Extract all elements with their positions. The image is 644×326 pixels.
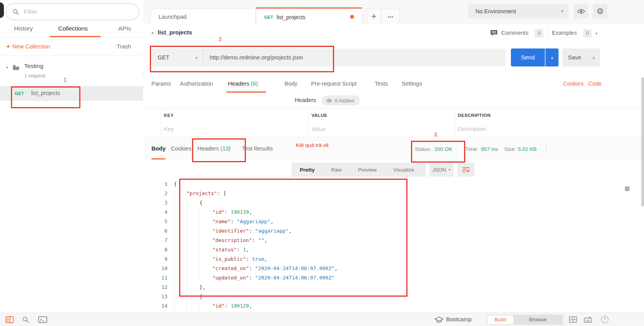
settings-button[interactable]: ⚙ [593,4,607,18]
tab-tests[interactable]: Tests [375,81,388,87]
filter-input[interactable]: Filter [5,3,139,20]
chevron-down-icon[interactable]: ▾ [6,65,8,70]
view-tab-pretty[interactable]: Pretty [292,167,323,173]
format-selector[interactable]: JSON ▾ [429,163,454,177]
chevron-down-icon[interactable]: ▾ [596,31,598,36]
graduation-cap-icon [434,317,444,323]
response-tab-test-results[interactable]: Test Results [242,145,273,152]
request-method-badge: GET [15,91,24,96]
sidebar-tab-collections[interactable]: Collections [58,25,88,32]
examples-button[interactable]: Examples [552,30,577,36]
wrap-lines-button[interactable] [457,163,475,177]
code-line: 11"updated_on": "2020-04-24T14:06:07.000… [143,273,644,283]
sidebar-request-item[interactable]: GET list_projects [0,86,143,101]
sidebar-tab-history[interactable]: History [14,25,33,32]
environment-selector[interactable]: No Environment ▾ [468,4,569,18]
main-scrollbar[interactable] [641,77,644,206]
code-line-content: "identifier": "aggariapp", [174,226,292,236]
collection-meta: 1 request [24,73,45,79]
tab-list-projects[interactable]: GET list_projects [256,7,362,25]
code-line-content: { [174,198,203,208]
collection-name[interactable]: Testing [24,63,43,70]
code-line: 12}, [143,283,644,292]
chevron-down-icon: ▾ [561,9,563,13]
tab-headers-label: Headers [228,81,249,87]
method-value: GET [158,54,169,61]
response-code: 1{2"projects": [3{4"id": 190139,5"name":… [143,179,644,311]
code-line: 10"created_on": "2020-04-24T14:06:07.000… [143,264,644,273]
chevron-down-icon: ▾ [551,56,553,60]
build-tab[interactable]: Build [487,315,513,324]
url-input[interactable]: http://demo.redmine.org/projects.json [203,48,505,66]
headers-table-head: KEY VALUE DESCRIPTION ••• Bulk Edit Pres… [143,108,644,123]
tab-launchpad[interactable]: Launchpad [150,9,256,25]
environment-quicklook-button[interactable] [574,4,588,18]
tab-settings[interactable]: Settings [402,81,422,87]
comments-button[interactable]: Comments [501,30,528,36]
response-tab-body[interactable]: Body [151,145,165,152]
tab-body[interactable]: Body [285,81,297,87]
value-input[interactable]: Value [311,126,326,132]
time-label: Time: [465,146,478,152]
response-body-viewer[interactable]: 1{2"projects": [3{4"id": 190139,5"name":… [143,178,644,313]
code-link[interactable]: Code [588,81,602,87]
response-meta-bar: Body Cookies Headers (13) Test Results S… [143,138,644,160]
send-button[interactable]: Send [511,48,545,66]
cookies-link[interactable]: Cookies [563,81,584,87]
help-icon[interactable]: ? [601,316,608,323]
tab-params[interactable]: Params [151,81,171,87]
line-number: 14 [143,301,174,311]
code-line-content: { [174,292,203,301]
annotation-label-2: 2 [219,36,222,42]
bootcamp-button[interactable]: Bootcamp [446,316,471,322]
line-number: 1 [143,179,174,189]
window-edge-pill [0,2,4,18]
new-tab-button[interactable]: + [367,9,381,25]
description-input[interactable]: Description [458,126,486,132]
hidden-headers-badge[interactable]: 6 hidden [322,95,360,106]
code-line-content: "id": 190139, [174,208,252,217]
hidden-headers-label: 6 hidden [335,98,354,104]
response-tab-headers[interactable]: Headers (13) [197,145,231,152]
save-button[interactable]: Save [562,48,587,66]
plus-icon: + [6,43,10,50]
view-tab-raw[interactable]: Raw [323,167,350,173]
tab-authorization[interactable]: Authorization [180,81,213,87]
tab-headers[interactable]: Headers (6) [228,81,258,87]
environment-label: No Environment [475,8,516,14]
view-tab-visualize[interactable]: Visualize [385,167,422,173]
browse-tab[interactable]: Browse [513,315,562,324]
request-title: list_projects [158,29,192,36]
line-number: 3 [143,198,174,208]
scrollbar-thumb[interactable] [625,186,630,191]
sidebar-toggle-icon[interactable] [5,316,14,323]
keyboard-shortcuts-icon[interactable] [584,316,592,323]
method-dropdown[interactable]: GET ▾ [151,48,203,66]
response-tab-cookies[interactable]: Cookies [171,145,191,152]
line-number: 2 [143,189,174,198]
response-tab-headers-label: Headers [197,145,219,152]
headers-table-row[interactable]: Key Value Description [143,122,644,137]
code-line-content: "created_on": "2020-04-24T14:06:07.000Z"… [174,264,338,273]
two-pane-icon[interactable] [569,316,577,323]
wrap-text-icon [462,167,470,173]
line-number: 11 [143,273,174,283]
examples-count-badge: 0 [583,29,592,38]
view-tab-preview[interactable]: Preview [350,167,385,173]
tab-options-button[interactable]: ••• [382,9,400,25]
console-icon[interactable] [38,316,47,323]
search-icon[interactable] [22,316,29,323]
trash-button[interactable]: Trash [117,43,131,50]
format-label: JSON [432,167,446,173]
key-input[interactable]: Key [164,126,174,132]
code-line: 8"status": 1, [143,245,644,254]
send-options-button[interactable]: ▾ [545,48,559,66]
line-number: 5 [143,217,174,226]
line-number: 10 [143,264,174,273]
sidebar-tab-apis[interactable]: APIs [118,25,131,32]
save-options-button[interactable]: ▾ [587,48,600,66]
code-line: 1{ [143,179,644,189]
chevron-right-icon[interactable]: ▸ [152,30,154,35]
tab-pre-request-script[interactable]: Pre-request Script [311,81,357,87]
new-collection-button[interactable]: +New Collection [6,43,50,50]
